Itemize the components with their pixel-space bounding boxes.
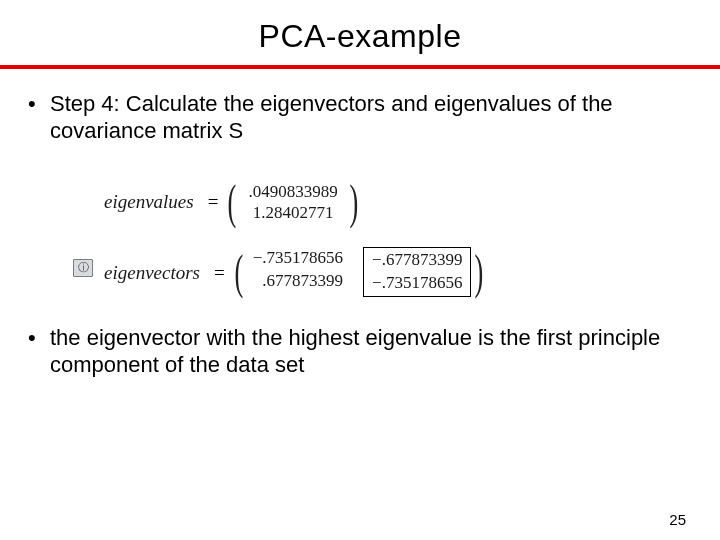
equals-sign-2: = xyxy=(214,261,225,284)
eigenvectors-matrix: ( −.735178656 .677873399 −.677873399 −.7… xyxy=(231,247,488,297)
eigenvalue-2: 1.28402771 xyxy=(248,202,337,223)
m-c2r1: −.677873399 xyxy=(366,249,468,272)
paren-right-icon-2: ) xyxy=(475,251,484,293)
eigenvalues-vector: ( .0490833989 1.28402771 ) xyxy=(224,179,361,226)
eigenvectors-equation: ⓘ eigenvectors = ( −.735178656 .67787339… xyxy=(68,247,692,297)
eigenvalues-entries: .0490833989 1.28402771 xyxy=(240,179,345,226)
matrix-columns: −.735178656 .677873399 −.677873399 −.735… xyxy=(247,247,472,297)
m-c2r2: −.735178656 xyxy=(366,272,468,295)
matrix-col-2-boxed: −.677873399 −.735178656 xyxy=(363,247,471,297)
bullet-list: Step 4: Calculate the eigenvectors and e… xyxy=(28,91,692,145)
eigenvalues-label: eigenvalues xyxy=(104,190,194,213)
bullet-step4: Step 4: Calculate the eigenvectors and e… xyxy=(28,91,692,145)
m-c1r1: −.735178656 xyxy=(247,247,349,270)
paren-right-icon: ) xyxy=(349,181,358,223)
matrix-col-1: −.735178656 .677873399 xyxy=(247,247,349,297)
equals-sign: = xyxy=(208,190,219,213)
slide-body: Step 4: Calculate the eigenvectors and e… xyxy=(0,69,720,379)
m-c1r2: .677873399 xyxy=(247,270,349,293)
slide: PCA-example Step 4: Calculate the eigenv… xyxy=(0,18,720,540)
eigenvectors-label: eigenvectors xyxy=(104,261,200,284)
slide-title: PCA-example xyxy=(0,18,720,55)
eigenvalues-equation: eigenvalues = ( .0490833989 1.28402771 ) xyxy=(104,179,692,226)
bullet-list-2: the eigenvector with the highest eigenva… xyxy=(28,325,692,379)
info-artifact-icon: ⓘ xyxy=(73,259,93,277)
bullet-principal-component: the eigenvector with the highest eigenva… xyxy=(28,325,692,379)
equation-area: eigenvalues = ( .0490833989 1.28402771 )… xyxy=(28,179,692,297)
eigenvalue-1: .0490833989 xyxy=(248,181,337,202)
paren-left-icon: ( xyxy=(228,181,237,223)
paren-left-icon-2: ( xyxy=(234,251,243,293)
page-number: 25 xyxy=(669,511,686,528)
